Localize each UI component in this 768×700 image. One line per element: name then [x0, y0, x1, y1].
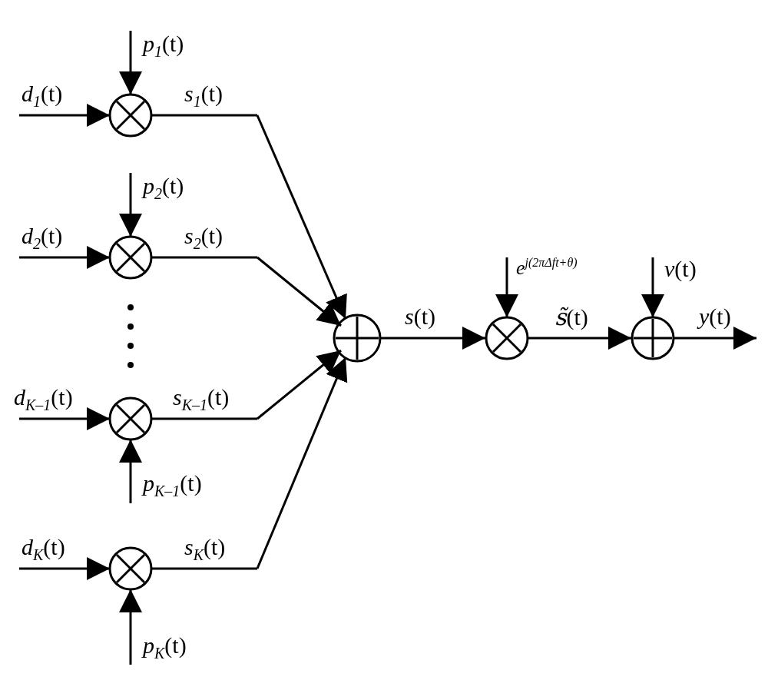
label-d2: d2(t) [22, 223, 62, 253]
svg-line-27 [257, 357, 346, 569]
svg-line-6 [257, 115, 346, 319]
label-p1: p1(t) [143, 31, 184, 61]
label-exp: ej(2πΔft+θ) [516, 256, 578, 280]
label-d1: d1(t) [22, 81, 62, 111]
label-sK: sK(t) [184, 534, 225, 564]
svg-line-20 [257, 350, 341, 419]
multiplier-2-icon [110, 237, 151, 278]
adder-noise-icon [632, 317, 674, 359]
label-stilde: s̃(t) [554, 304, 588, 330]
multiplier-k-icon [110, 548, 151, 589]
multiplier-1-icon [110, 95, 151, 136]
ellipsis-dot [127, 362, 134, 368]
label-v: v(t) [664, 256, 697, 282]
multiplier-km1-icon [110, 398, 151, 440]
diagram-svg [0, 0, 768, 700]
signal-block-diagram: p1(t) d1(t) s1(t) p2(t) d2(t) s2(t) dK–1… [0, 0, 768, 700]
label-s1: s1(t) [184, 81, 223, 111]
label-s: s(t) [405, 304, 435, 330]
label-dK: dK(t) [22, 534, 65, 564]
multiplier-freq-icon [486, 317, 528, 359]
label-y: y(t) [699, 304, 731, 330]
label-p2: p2(t) [143, 173, 184, 203]
ellipsis-dot [127, 343, 134, 349]
label-pKm1: pK–1(t) [143, 470, 202, 500]
svg-line-13 [257, 257, 341, 326]
summer-icon [334, 315, 380, 361]
ellipsis-dot [127, 304, 134, 310]
label-pK: pK(t) [143, 632, 187, 662]
ellipsis-dot [127, 323, 134, 330]
label-sKm1: sK–1(t) [173, 384, 229, 414]
label-dKm1: dK–1(t) [14, 384, 73, 414]
label-s2: s2(t) [184, 223, 223, 253]
